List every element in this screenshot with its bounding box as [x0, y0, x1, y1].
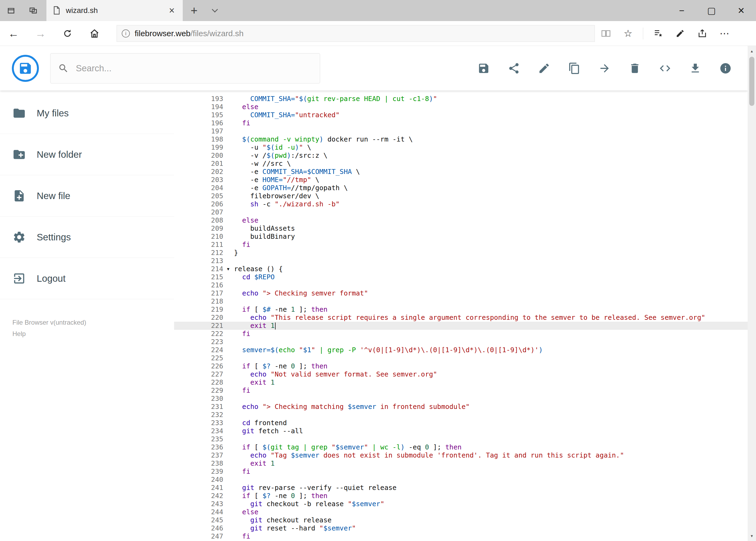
more-menu-icon[interactable]: ⋯: [713, 28, 735, 39]
copy-button[interactable]: [559, 53, 590, 84]
code-editor[interactable]: 193 COMMIT_SHA="$(git rev-parse HEAD | c…: [174, 91, 748, 541]
code-line[interactable]: 195 COMMIT_SHA="untracked": [174, 111, 748, 119]
back-button[interactable]: ←: [0, 28, 27, 39]
code-line[interactable]: 216: [174, 281, 748, 289]
code-line[interactable]: 236 if [ $(git tag | grep "$semver" | wc…: [174, 443, 748, 451]
tab-preview-icon[interactable]: [22, 0, 44, 21]
code-line[interactable]: 231 echo "> Checking matching $semver in…: [174, 403, 748, 411]
reading-view-icon[interactable]: [595, 29, 617, 38]
code-line[interactable]: 247 fi: [174, 532, 748, 540]
code-line[interactable]: 232: [174, 411, 748, 419]
browser-tab[interactable]: wizard.sh ×: [46, 0, 183, 21]
code-line[interactable]: 202 -e COMMIT_SHA=$COMMIT_SHA \: [174, 168, 748, 176]
scroll-up-arrow-icon[interactable]: ▲: [748, 46, 756, 56]
code-line[interactable]: 245 git checkout release: [174, 516, 748, 524]
code-line[interactable]: 206 sh -c "./wizard.sh -b": [174, 200, 748, 208]
move-button[interactable]: [590, 53, 620, 84]
sidebar-item-new-folder[interactable]: New folder: [0, 134, 174, 175]
code-line[interactable]: 205 filebrowser/dev \: [174, 192, 748, 200]
delete-button[interactable]: [620, 53, 650, 84]
share-button[interactable]: [499, 53, 529, 84]
tab-list-chevron-icon[interactable]: [205, 0, 224, 21]
code-line[interactable]: 209 buildAssets: [174, 225, 748, 233]
window-close-button[interactable]: ×: [726, 0, 756, 21]
info-button[interactable]: [710, 53, 741, 84]
code-line[interactable]: 203 -e HOME="//tmp" \: [174, 176, 748, 184]
search-input[interactable]: [76, 63, 312, 74]
code-line[interactable]: 218: [174, 297, 748, 305]
code-line[interactable]: 227 echo "Not valid semver format. See s…: [174, 370, 748, 378]
page-scrollbar[interactable]: ▲ ▼: [748, 46, 756, 541]
window-maximize-button[interactable]: ▢: [697, 0, 726, 21]
code-line[interactable]: 215 cd $REPO: [174, 273, 748, 281]
code-line[interactable]: 193 COMMIT_SHA="$(git rev-parse HEAD | c…: [174, 95, 748, 103]
save-button[interactable]: [469, 53, 499, 84]
code-line[interactable]: 219 if [ $# -ne 1 ]; then: [174, 305, 748, 313]
hub-icon[interactable]: [647, 29, 669, 38]
code-line[interactable]: 220 echo "This release script requires a…: [174, 313, 748, 322]
code-line[interactable]: 223: [174, 338, 748, 346]
fold-marker-icon[interactable]: ▼: [227, 265, 234, 273]
code-line[interactable]: 199 -u "$(id -u)" \: [174, 144, 748, 152]
code-line[interactable]: 222 fi: [174, 330, 748, 338]
code-line[interactable]: 241 git rev-parse --verify --quiet relea…: [174, 484, 748, 492]
scroll-down-arrow-icon[interactable]: ▼: [748, 531, 756, 540]
annotate-pen-icon[interactable]: [669, 29, 691, 38]
code-line[interactable]: 225: [174, 354, 748, 362]
help-link[interactable]: Help: [12, 330, 86, 337]
sidebar-item-settings[interactable]: Settings: [0, 217, 174, 258]
share-icon[interactable]: [691, 29, 713, 38]
code-line[interactable]: 242 if [ $? -ne 0 ]; then: [174, 492, 748, 500]
code-line[interactable]: 238 exit 1: [174, 459, 748, 467]
code-line[interactable]: 230: [174, 395, 748, 403]
favorite-star-icon[interactable]: ☆: [617, 28, 639, 39]
search-bar[interactable]: [50, 53, 320, 84]
code-line[interactable]: 217 echo "> Checking semver format": [174, 289, 748, 297]
code-line[interactable]: 235: [174, 435, 748, 443]
code-line[interactable]: 244 else: [174, 508, 748, 516]
code-line[interactable]: 239 fi: [174, 467, 748, 476]
code-line[interactable]: 224 semver=$(echo "$1" | grep -P '^v(0|[…: [174, 346, 748, 354]
code-line[interactable]: 214▼release () {: [174, 265, 748, 273]
download-button[interactable]: [680, 53, 710, 84]
code-line[interactable]: 240: [174, 476, 748, 484]
code-line[interactable]: 196 fi: [174, 119, 748, 127]
scrollbar-thumb[interactable]: [749, 57, 754, 106]
filebrowser-logo[interactable]: [12, 55, 39, 82]
code-line[interactable]: 194 else: [174, 103, 748, 111]
forward-button[interactable]: →: [27, 28, 54, 39]
home-button[interactable]: [81, 29, 108, 38]
code-line[interactable]: 226 if [ $? -ne 0 ]; then: [174, 362, 748, 370]
sidebar-item-new-file[interactable]: New file: [0, 175, 174, 217]
code-line[interactable]: 212}: [174, 249, 748, 257]
code-line[interactable]: 243 git checkout -b release "$semver": [174, 500, 748, 508]
code-line[interactable]: 234 git fetch --all: [174, 427, 748, 435]
code-line[interactable]: 233 cd frontend: [174, 419, 748, 427]
code-line[interactable]: 213: [174, 257, 748, 265]
new-tab-button[interactable]: +: [183, 0, 205, 21]
code-line[interactable]: 237 echo "Tag $semver does not exist in …: [174, 451, 748, 459]
code-line[interactable]: 201 -w //src \: [174, 160, 748, 168]
code-view-button[interactable]: [650, 53, 680, 84]
code-line[interactable]: 229 fi: [174, 386, 748, 395]
sidebar-item-logout[interactable]: Logout: [0, 258, 174, 299]
site-info-icon[interactable]: i: [122, 29, 130, 38]
refresh-button[interactable]: [54, 29, 81, 38]
code-line[interactable]: 198 $(command -v winpty) docker run --rm…: [174, 135, 748, 144]
code-line[interactable]: 221 exit 1: [174, 322, 748, 330]
set-tabs-aside-icon[interactable]: [0, 0, 22, 21]
code-line[interactable]: 228 exit 1: [174, 378, 748, 386]
code-line[interactable]: 197: [174, 127, 748, 135]
code-line[interactable]: 204 -e GOPATH=//tmp/gopath \: [174, 184, 748, 192]
code-line[interactable]: 210 buildBinary: [174, 233, 748, 241]
code-line[interactable]: 246 git reset --hard "$semver": [174, 524, 748, 532]
code-line[interactable]: 208 else: [174, 216, 748, 225]
url-field[interactable]: i filebrowser.web/files/wizard.sh: [117, 25, 595, 42]
code-line[interactable]: 200 -v /$(pwd):/src:z \: [174, 152, 748, 160]
code-line[interactable]: 207: [174, 208, 748, 216]
sidebar-item-my-files[interactable]: My files: [0, 93, 174, 134]
tab-close-icon[interactable]: ×: [167, 6, 176, 15]
window-minimize-button[interactable]: −: [667, 0, 697, 21]
code-line[interactable]: 211 fi: [174, 241, 748, 249]
edit-button[interactable]: [529, 53, 559, 84]
